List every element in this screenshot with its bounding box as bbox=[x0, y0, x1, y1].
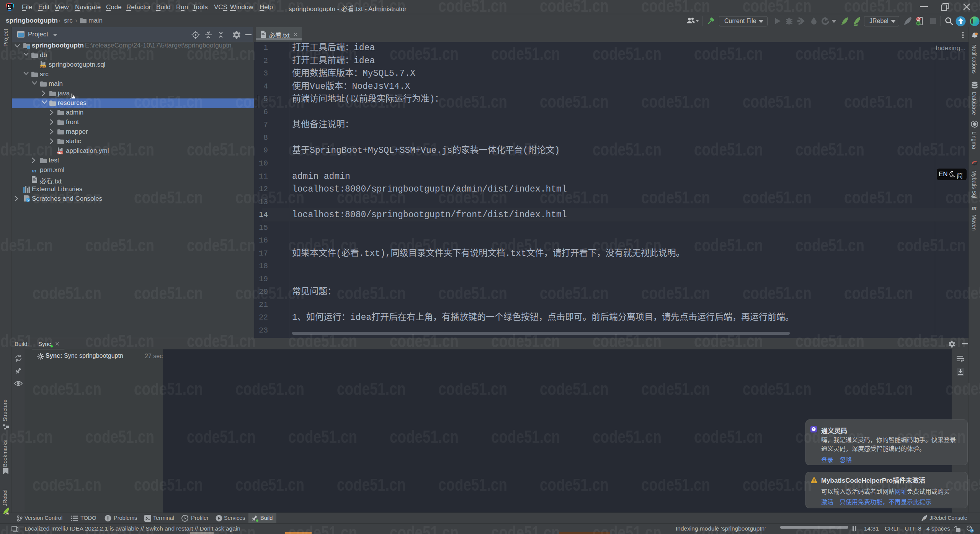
svg-text:YML: YML bbox=[57, 151, 64, 154]
svg-text:?: ? bbox=[971, 529, 973, 533]
svg-text:m: m bbox=[972, 204, 977, 211]
svg-text:m: m bbox=[32, 167, 36, 174]
svg-text:JR: JR bbox=[923, 519, 926, 522]
svg-text:JR: JR bbox=[5, 512, 9, 515]
svg-text:SQL: SQL bbox=[40, 65, 46, 68]
